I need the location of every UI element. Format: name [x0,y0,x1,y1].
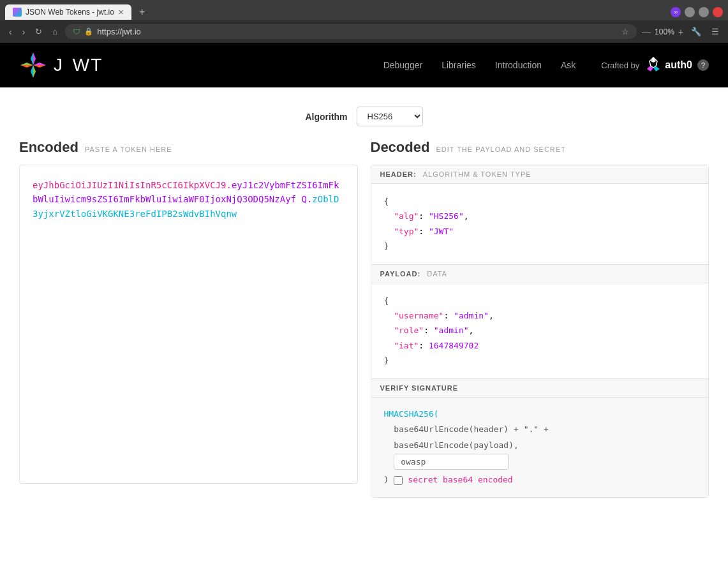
tab-label: JSON Web Tokens - jwt.io [26,8,114,17]
verify-line1: base64UrlEncode(header) + "." + [394,424,549,434]
secret-base64-label: secret base64 encoded [408,472,512,488]
header-alg-value: "HS256" [429,211,464,221]
payload-username-key: "username" [394,311,443,320]
menu-icon[interactable]: ☰ [709,26,722,38]
tab-bar: JSON Web Tokens - jwt.io ✕ + ∞ [0,0,728,20]
browser-window-controls: ∞ [671,7,723,17]
payload-iat-value: 1647849702 [429,341,479,350]
nav-ask[interactable]: Ask [561,60,576,70]
auth0-label: auth0 [665,59,692,71]
encoded-panel: Encoded PASTE A TOKEN HERE eyJhbGciOiJIU… [19,139,358,498]
home-button[interactable]: ⌂ [50,26,60,38]
main-content: Algorithm HS256 HS384 HS512 RS256 RS384 … [0,87,728,511]
refresh-button[interactable]: ↻ [33,26,45,38]
verify-line2: base64UrlEncode(payload), [394,440,519,450]
encoded-title: Encoded PASTE A TOKEN HERE [19,139,358,156]
zoom-level: 100% [652,27,677,36]
bookmark-icon[interactable]: ☆ [621,27,629,36]
extension-icon[interactable]: ∞ [671,7,681,17]
verify-close-paren: ) [384,472,389,488]
zoom-minus[interactable]: — [642,27,651,37]
header-section: HEADER: ALGORITHM & TOKEN TYPE { "alg": … [371,165,709,265]
verify-label: VERIFY SIGNATURE [380,384,459,392]
tab-close-button[interactable]: ✕ [118,8,124,17]
crafted-by-section: Crafted by auth0 ? [601,56,709,74]
header-section-header: HEADER: ALGORITHM & TOKEN TYPE [371,165,709,184]
secret-input[interactable] [394,454,509,470]
token-dot1: . [226,180,231,190]
active-tab[interactable]: JSON Web Tokens - jwt.io ✕ [5,4,131,20]
url-text[interactable]: https://jwt.io [97,27,618,36]
secret-base64-checkbox[interactable] [394,476,403,485]
header-sub: ALGORITHM & TOKEN TYPE [423,170,531,178]
security-shield-icon: 🛡 [73,27,80,36]
encoded-subtitle: PASTE A TOKEN HERE [85,146,172,153]
decoded-title: Decoded EDIT THE PAYLOAD AND SECRET [371,139,709,156]
auth0-icon [644,56,662,74]
zoom-plus[interactable]: + [678,27,683,37]
payload-role-value: "admin" [434,325,469,335]
header-section-body[interactable]: { "alg": "HS256", "typ": "JWT" } [371,184,709,264]
secret-row: ) secret base64 encoded [384,472,696,488]
maximize-button[interactable] [699,7,709,17]
payload-label: PAYLOAD: [380,270,421,278]
payload-section-body[interactable]: { "username": "admin", "role": "admin", … [371,283,709,378]
decoded-panel: Decoded EDIT THE PAYLOAD AND SECRET HEAD… [371,139,709,498]
help-icon[interactable]: ? [697,59,709,71]
payload-section: PAYLOAD: DATA { "username": "admin", "ro… [371,265,709,379]
algorithm-bar: Algorithm HS256 HS384 HS512 RS256 RS384 … [19,100,709,139]
payload-iat-key: "iat" [394,341,419,350]
browser-chrome: JSON Web Tokens - jwt.io ✕ + ∞ ‹ › ↻ ⌂ 🛡… [0,0,728,43]
payload-sub: DATA [427,270,447,278]
header-alg-key: "alg" [394,211,419,221]
back-button[interactable]: ‹ [6,26,15,38]
minimize-button[interactable] [685,7,695,17]
nav-debugger[interactable]: Debugger [383,60,423,70]
verify-section: VERIFY SIGNATURE HMACSHA256( base64UrlEn… [371,379,709,497]
close-window-button[interactable] [713,7,723,17]
crafted-by-label: Crafted by [601,61,639,70]
forward-button[interactable]: › [20,26,28,38]
verify-func-name: HMACSHA256( [384,409,439,419]
payload-role-key: "role" [394,325,424,335]
token-part1: eyJhbGciOiJIUzI1NiIsInR5cCI6IkpXVCJ9 [33,180,226,190]
main-nav: Debugger Libraries Introduction Ask [383,60,576,70]
decoded-subtitle: EDIT THE PAYLOAD AND SECRET [436,146,565,153]
tab-favicon [13,8,22,17]
new-tab-button[interactable]: + [134,4,150,20]
header-typ-key: "typ" [394,227,419,236]
verify-section-body: HMACSHA256( base64UrlEncode(header) + ".… [371,398,709,497]
address-bar: ‹ › ↻ ⌂ 🛡 🔒 https://jwt.io ☆ — 100% + 🔧 … [0,20,728,43]
jwt-logo-icon [19,51,47,79]
decoded-title-text: Decoded [371,139,430,156]
token-box[interactable]: eyJhbGciOiJIUzI1NiIsInR5cCI6IkpXVCJ9.eyJ… [19,165,358,484]
payload-section-header: PAYLOAD: DATA [371,265,709,283]
lock-icon: 🔒 [84,27,93,36]
wrench-icon[interactable]: 🔧 [688,26,704,38]
nav-introduction[interactable]: Introduction [495,60,542,70]
verify-section-header: VERIFY SIGNATURE [371,379,709,398]
app-header: J WT Debugger Libraries Introduction Ask… [0,43,728,87]
nav-libraries[interactable]: Libraries [442,60,476,70]
decoded-sections: HEADER: ALGORITHM & TOKEN TYPE { "alg": … [371,165,709,498]
url-bar[interactable]: 🛡 🔒 https://jwt.io ☆ [65,24,637,39]
zoom-control: — 100% + [642,27,683,37]
algorithm-select[interactable]: HS256 HS384 HS512 RS256 RS384 RS512 [357,107,423,126]
jwt-logo: J WT [19,51,103,79]
header-typ-value: "JWT" [429,227,454,236]
jwt-logo-text: J WT [54,55,103,75]
payload-username-value: "admin" [454,311,489,320]
auth0-logo[interactable]: auth0 [644,56,692,74]
encoded-title-text: Encoded [19,139,78,156]
algorithm-label: Algorithm [305,112,347,122]
infinity-symbol: ∞ [674,9,678,15]
panels-container: Encoded PASTE A TOKEN HERE eyJhbGciOiJIU… [19,139,709,498]
header-label: HEADER: [380,170,417,178]
